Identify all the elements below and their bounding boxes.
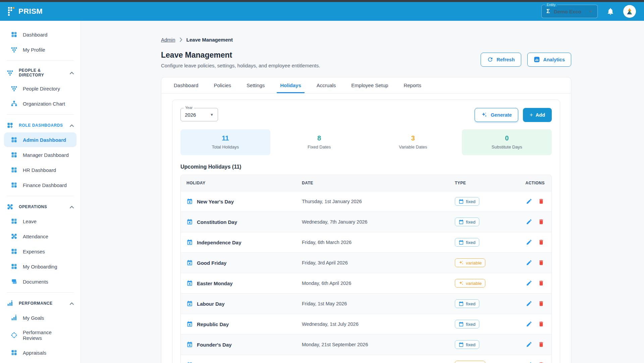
org-icon [11,100,17,107]
holiday-date: Friday, 3rd April 2026 [296,260,449,265]
sidebar-item-dashboard[interactable]: Dashboard [4,27,76,42]
sidebar-item-my-profile[interactable]: My Profile [4,42,76,57]
sidebar-divider [7,60,74,61]
notifications-bell-icon[interactable] [606,7,614,15]
prism-logo-icon [8,7,15,16]
holiday-row-constitution-day: Constitution Day Wednesday, 7th January … [181,211,551,232]
bars-icon [11,314,17,321]
stat-card-fixed-dates: 8 Fixed Dates [274,129,364,155]
holidays-table: HolidayDateTypeActions New Year's Day Th… [180,175,552,363]
delete-button[interactable] [538,239,545,246]
entity-select-value: Demo Exco [554,9,585,14]
edit-button[interactable] [526,280,533,287]
edit-button[interactable] [526,198,533,205]
main-content: Admin Leave Management Leave Management … [81,21,644,363]
edit-button[interactable] [526,300,533,307]
sidebar-item-organization-chart[interactable]: Organization Chart [4,96,76,111]
grid-icon [11,182,17,188]
sidebar-section-operations[interactable]: Operations [0,199,80,214]
sidebar-item-appraisals[interactable]: Appraisals [4,345,76,360]
stat-label: Substitute Days [465,144,548,149]
sidebar-item-my-goals[interactable]: My Goals [4,310,76,325]
app-header: PRISM Entity Σ Demo Exco ▼ [0,2,644,21]
refresh-button[interactable]: Refresh [481,53,521,67]
sidebar-item-manager-dashboard[interactable]: Manager Dashboard [4,147,76,162]
holiday-name: Independence Day [197,240,241,245]
grid-icon [11,349,17,356]
grid-icon [11,136,17,143]
edit-button[interactable] [526,239,533,246]
type-badge: variable [455,361,485,363]
table-title: Upcoming Holidays (11) [180,164,552,170]
calendar-icon [459,240,464,245]
type-badge: fixed [455,197,479,206]
tab-policies[interactable]: Policies [210,77,234,93]
sidebar-item-expenses[interactable]: Expenses [4,244,76,259]
sidebar-item-performance-reviews[interactable]: Performance Reviews [4,325,76,345]
tab-holidays[interactable]: Holidays [277,77,305,93]
sidebar-item-finance-dashboard[interactable]: Finance Dashboard [4,178,76,192]
year-select[interactable]: Year 2026 ▼ [180,108,218,121]
delete-button[interactable] [538,300,545,307]
add-button[interactable]: + Add [523,108,552,122]
delete-button[interactable] [538,280,545,287]
refresh-icon [487,56,494,63]
delete-button[interactable] [538,259,545,266]
sidebar-item-admin-dashboard[interactable]: Admin Dashboard [4,132,76,147]
type-badge: variable [455,279,485,288]
sidebar-item-attendance[interactable]: Attendance [4,229,76,244]
calendar-x-icon [186,198,193,205]
delete-button[interactable] [538,341,545,348]
type-badge: fixed [455,320,479,328]
calendar-x-icon [186,259,193,266]
delete-button[interactable] [538,219,545,225]
breadcrumb-admin-link[interactable]: Admin [161,37,175,43]
sidebar-section-role-dashboards[interactable]: Role Dashboards [0,118,80,132]
tab-accruals[interactable]: Accruals [313,77,339,93]
holiday-row-labour-day: Labour Day Friday, 1st May 2026 fixed [181,293,551,314]
delete-button[interactable] [538,198,545,205]
sidebar-section-people-directory[interactable]: People & Directory [0,64,80,81]
tab-reports[interactable]: Reports [400,77,425,93]
holiday-date: Friday, 1st May 2026 [296,301,449,306]
calendar-x-icon [186,321,193,327]
type-badge: fixed [455,218,479,226]
chevron-up-icon [70,204,74,210]
edit-button[interactable] [526,362,533,363]
holiday-row-independence-day: Independence Day Friday, 6th March 2026 … [181,232,551,252]
stat-label: Total Holidays [184,144,267,149]
type-badge: fixed [455,299,479,308]
generate-button[interactable]: Generate [475,108,518,122]
brand-logo[interactable]: PRISM [8,7,43,16]
calendar-icon [459,199,464,204]
sidebar-item-leave[interactable]: Leave [4,214,76,229]
tab-employee-setup[interactable]: Employee Setup [348,77,391,93]
user-avatar[interactable] [623,5,636,18]
stat-value: 3 [372,134,455,142]
tab-settings[interactable]: Settings [243,77,268,93]
sidebar-section-performance[interactable]: Performance [0,296,80,310]
delete-button[interactable] [538,321,545,327]
tab-dashboard[interactable]: Dashboard [170,77,202,93]
sidebar-item-hr-dashboard[interactable]: HR Dashboard [4,163,76,177]
stat-label: Fixed Dates [278,144,361,149]
delete-button[interactable] [538,362,545,363]
entity-select[interactable]: Entity Σ Demo Exco ▼ [541,5,598,18]
holiday-name: Republic Day [197,321,229,327]
holiday-name: Constitution Day [197,219,237,225]
sidebar-divider [7,114,74,115]
analytics-button[interactable]: Analytics [527,53,571,67]
holiday-name: Founder's Day [197,342,232,348]
sidebar-item-my-onboarding[interactable]: My Onboarding [4,259,76,274]
sidebar-item-documents[interactable]: Documents [4,274,76,289]
edit-button[interactable] [526,341,533,348]
edit-button[interactable] [526,259,533,266]
holiday-name: Easter Monday [197,281,233,286]
sidebar-item-people-directory[interactable]: People Directory [4,81,76,96]
holiday-row-good-friday: Good Friday Friday, 3rd April 2026 varia… [181,252,551,273]
edit-button[interactable] [526,219,533,225]
edit-button[interactable] [526,321,533,327]
calendar-x-icon [186,362,193,363]
calendar-icon [459,219,464,225]
holiday-name: New Year's Day [197,199,234,204]
